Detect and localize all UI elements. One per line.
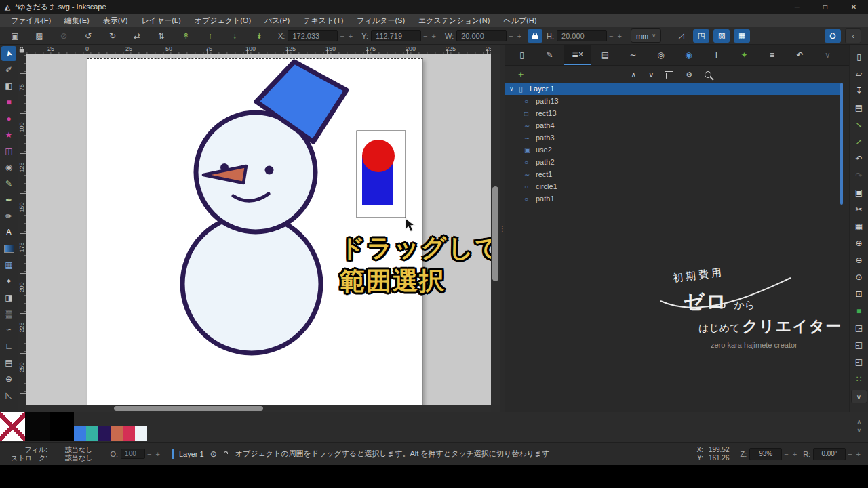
- vertical-ruler[interactable]: 75100125150175200225250: [18, 54, 26, 405]
- calligraphy-tool[interactable]: ✏: [1, 209, 16, 224]
- lower-to-bottom-icon[interactable]: ↡: [251, 29, 267, 43]
- fill-stroke-indicator[interactable]: フィル: 該当なし ストローク: 該当なし: [5, 446, 92, 462]
- connector-tool[interactable]: ∟: [1, 339, 16, 354]
- rotation-plus-button[interactable]: +: [856, 450, 861, 458]
- print-icon[interactable]: ▤: [852, 99, 867, 116]
- redo-icon[interactable]: ↷: [852, 167, 867, 184]
- menu-item[interactable]: ファイル(F): [4, 16, 58, 26]
- ruler-corner[interactable]: [18, 45, 26, 54]
- snowman-body[interactable]: [182, 215, 321, 353]
- palette-scroll-up-button[interactable]: ∧: [856, 418, 861, 426]
- swatch-crimson[interactable]: [123, 426, 135, 441]
- rotate-cw-icon[interactable]: ↻: [104, 29, 121, 43]
- clone-icon[interactable]: ◱: [852, 336, 867, 353]
- add-layer-button[interactable]: +: [518, 69, 524, 80]
- delete-layer-button[interactable]: [666, 70, 673, 79]
- layer-object-use2[interactable]: ▣use2: [505, 144, 840, 156]
- history-tab[interactable]: ↶: [786, 45, 814, 65]
- scale-stroke-toggle[interactable]: ◿: [673, 29, 689, 43]
- cut-icon[interactable]: ✂: [852, 201, 867, 218]
- rotate-ccw-icon[interactable]: ↺: [80, 29, 96, 43]
- fill-stroke-tab[interactable]: ◉: [675, 45, 703, 65]
- mesh-gradient-tool[interactable]: ▦: [1, 258, 16, 272]
- maximize-button[interactable]: □: [811, 0, 840, 14]
- deselect-icon[interactable]: ⊘: [56, 29, 72, 43]
- swatch-black-2[interactable]: [50, 412, 74, 441]
- menu-item[interactable]: フィルター(S): [350, 16, 412, 26]
- swatch-none[interactable]: [0, 412, 25, 441]
- spray-tool[interactable]: ▒: [1, 306, 16, 321]
- height-plus-button[interactable]: +: [618, 32, 622, 40]
- select-all-layers-icon[interactable]: ▩: [31, 29, 47, 43]
- menu-item[interactable]: オブジェクト(O): [188, 16, 258, 26]
- y-plus-button[interactable]: +: [432, 32, 436, 40]
- lock-ratio-button[interactable]: [528, 29, 542, 43]
- raise-layer-button[interactable]: ∧: [631, 70, 636, 79]
- menu-item[interactable]: レイヤー(L): [134, 16, 187, 26]
- objects-panel-tab[interactable]: ≣×: [564, 45, 591, 65]
- opacity-minus-button[interactable]: −: [147, 450, 151, 458]
- layer-object-rect1[interactable]: ∼rect1: [505, 168, 840, 180]
- export-icon[interactable]: ↗: [852, 133, 867, 150]
- horizontal-scrollbar-thumb[interactable]: [114, 406, 263, 411]
- layer-object-path1[interactable]: ○path1: [505, 192, 840, 205]
- height-minus-button[interactable]: −: [609, 32, 613, 40]
- layer-object-rect13[interactable]: □rect13: [505, 107, 840, 119]
- zoom-minus-button[interactable]: −: [784, 450, 788, 458]
- menu-item[interactable]: ヘルプ(H): [496, 16, 543, 26]
- menu-item[interactable]: 表示(V): [96, 16, 135, 26]
- zoom-out-icon[interactable]: ⊖: [852, 251, 867, 268]
- layer-object-path3[interactable]: ∼path3: [505, 131, 840, 144]
- collapse-toolbar-button[interactable]: ‹: [845, 28, 861, 43]
- width-field[interactable]: 20.000: [456, 30, 507, 41]
- copy-icon[interactable]: ▣: [852, 184, 867, 201]
- layer-row-layer1[interactable]: ∨ ▯ Layer 1: [505, 83, 840, 95]
- objects-scrollbar[interactable]: [840, 83, 843, 205]
- scale-corners-toggle[interactable]: ◳: [693, 29, 709, 43]
- node-tool[interactable]: ✐: [1, 62, 16, 77]
- swatch-navy[interactable]: [98, 426, 111, 441]
- more-commands-icon[interactable]: ∨: [851, 390, 867, 403]
- import-icon[interactable]: ↘: [852, 116, 867, 133]
- menu-item[interactable]: パス(P): [258, 16, 296, 26]
- raise-to-top-icon[interactable]: ↟: [178, 29, 194, 43]
- rectangle-tool[interactable]: ■: [1, 95, 16, 110]
- y-minus-button[interactable]: −: [423, 32, 427, 40]
- horizontal-scrollbar[interactable]: [26, 405, 491, 412]
- layer-settings-button[interactable]: ⚙: [686, 70, 692, 79]
- search-objects-button[interactable]: [705, 71, 711, 78]
- edit-tab[interactable]: ✎: [536, 45, 564, 65]
- height-field[interactable]: 20.000: [557, 30, 607, 41]
- group-icon[interactable]: ∷: [852, 370, 867, 387]
- rotation-field[interactable]: 0.00°: [813, 448, 846, 460]
- duplicate-icon[interactable]: ◲: [852, 319, 867, 336]
- swatches-tab[interactable]: ▤: [591, 45, 619, 65]
- zoom-fit-icon[interactable]: ⊡: [852, 285, 867, 302]
- y-field[interactable]: 112.719: [371, 30, 421, 41]
- zoom-original-icon[interactable]: ⊙: [852, 268, 867, 285]
- swatch-blue[interactable]: [74, 426, 86, 441]
- zoom-field[interactable]: 93%: [749, 448, 782, 460]
- zoom-tool[interactable]: ⊕: [1, 371, 16, 386]
- zoom-in-icon[interactable]: ⊕: [852, 235, 867, 251]
- lower-layer-button[interactable]: ∨: [648, 70, 654, 79]
- raise-icon[interactable]: ↑: [202, 29, 218, 43]
- palette-scroll-down-button[interactable]: ∨: [856, 426, 861, 435]
- unlink-clone-icon[interactable]: ◰: [852, 353, 867, 370]
- paste-icon[interactable]: ▦: [852, 218, 867, 235]
- measure-tool[interactable]: ◺: [1, 388, 16, 403]
- align-tab[interactable]: ≡: [758, 45, 786, 65]
- tweak-tool[interactable]: ≈: [1, 323, 16, 338]
- width-plus-button[interactable]: +: [517, 32, 521, 40]
- undo-icon[interactable]: ↶: [852, 150, 867, 167]
- lower-icon[interactable]: ↓: [226, 29, 243, 43]
- scale-gradients-toggle[interactable]: ▨: [713, 29, 730, 43]
- find-tab[interactable]: ◎: [647, 45, 675, 65]
- spiral-tool[interactable]: ◉: [1, 160, 16, 175]
- search-input[interactable]: [724, 70, 835, 79]
- x-plus-button[interactable]: +: [349, 32, 353, 40]
- more-tabs[interactable]: ∨: [814, 45, 842, 65]
- width-minus-button[interactable]: −: [509, 32, 513, 40]
- save-document-icon[interactable]: ↧: [852, 82, 867, 99]
- layer-object-circle1[interactable]: ○circle1: [505, 180, 840, 192]
